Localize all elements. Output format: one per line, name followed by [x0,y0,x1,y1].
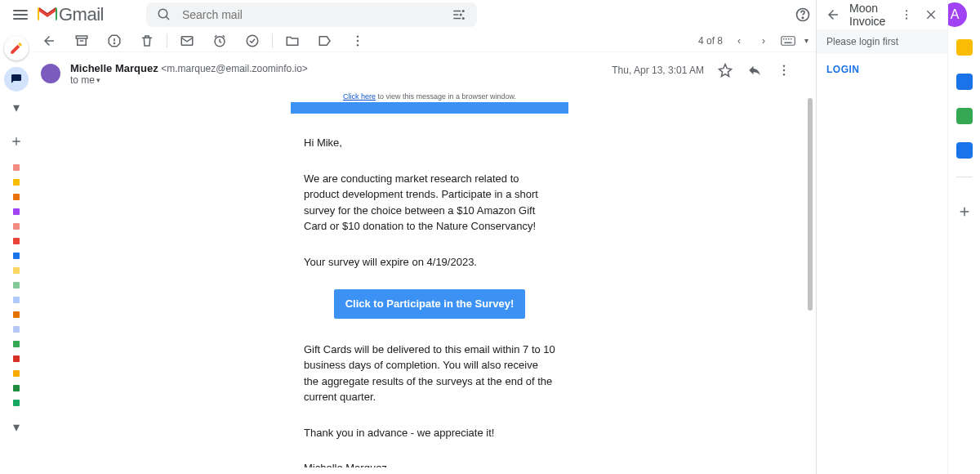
svg-point-6 [802,17,803,18]
addon-side-panel: Moon Invoice Please login first LOGIN [817,0,947,474]
sender-name: Michelle Marquez <m.marquez@email.zoomin… [70,62,308,74]
add-task-icon[interactable] [244,33,261,49]
svg-point-19 [114,42,114,43]
expand-more-icon[interactable]: ▾ [13,100,20,115]
addon-app-icon[interactable] [956,39,973,56]
svg-rect-29 [788,38,790,40]
svg-point-35 [906,10,907,11]
prev-icon[interactable]: ‹ [731,33,747,49]
email-paragraph: We are conducting market research relate… [304,171,555,235]
main-menu-button[interactable] [13,10,28,20]
svg-point-33 [783,69,785,71]
svg-point-25 [357,44,359,46]
label-color-item[interactable] [13,253,20,259]
panel-more-icon[interactable] [898,7,915,23]
input-tools-icon[interactable] [780,33,796,49]
svg-point-32 [783,65,785,67]
reply-icon[interactable] [746,62,763,78]
next-icon[interactable]: › [755,33,772,49]
compose-button[interactable] [4,36,29,60]
spam-icon[interactable] [106,33,122,49]
label-color-item[interactable] [13,179,20,186]
svg-rect-31 [785,42,792,43]
scrollbar-thumb[interactable] [808,98,813,311]
svg-point-36 [906,14,907,16]
addon-app-icon[interactable] [956,142,973,159]
get-addons-icon[interactable] [956,203,973,220]
svg-point-2 [462,10,465,12]
support-icon[interactable] [795,7,811,23]
gmail-envelope-icon [38,7,57,22]
search-bar[interactable] [146,2,477,27]
label-color-item[interactable] [13,326,20,333]
email-header-bar [291,102,568,114]
addon-app-icon[interactable] [956,108,973,124]
svg-rect-16 [76,36,87,38]
svg-line-1 [166,16,169,20]
svg-point-24 [357,39,359,41]
view-online-link[interactable]: Click here [343,92,376,101]
gmail-logo[interactable]: Gmail [38,4,104,25]
email-greeting: Hi Mike, [304,135,555,151]
mark-unread-icon[interactable] [179,33,195,49]
search-icon [156,7,172,23]
label-color-item[interactable] [13,370,20,377]
panel-back-icon[interactable] [825,7,841,23]
add-label-icon[interactable] [8,133,24,150]
label-color-item[interactable] [13,341,20,347]
search-options-icon[interactable] [451,7,467,23]
svg-point-22 [247,35,258,47]
label-color-item[interactable] [13,385,20,391]
label-color-item[interactable] [13,238,20,244]
expand-more-icon[interactable]: ▾ [13,419,20,435]
star-icon[interactable] [717,62,733,78]
back-icon[interactable] [41,33,57,49]
email-paragraph: Your survey will expire on 4/19/2023. [304,254,555,271]
survey-cta-button[interactable]: Click to Participate in the Survey! [334,289,526,319]
panel-close-icon[interactable] [923,7,939,23]
svg-point-3 [460,14,462,16]
label-color-item[interactable] [13,297,20,303]
pagination-position: 4 of 8 [698,35,723,47]
view-in-browser: Click here to view this message in a bro… [65,89,794,102]
label-color-item[interactable] [13,267,20,274]
show-details-icon[interactable]: ▾ [96,76,100,84]
svg-rect-27 [783,38,785,40]
recipient-line: to me [70,74,95,86]
email-paragraph: Thank you in advance - we appreciate it! [304,425,555,441]
message-timestamp: Thu, Apr 13, 3:01 AM [612,65,704,76]
archive-icon[interactable] [74,33,90,49]
label-color-item[interactable] [13,282,20,288]
sender-avatar [41,64,60,83]
svg-point-0 [158,9,167,18]
addon-app-icon[interactable] [956,74,973,90]
svg-point-4 [462,17,465,20]
svg-rect-30 [791,38,792,40]
svg-point-37 [906,18,907,20]
labels-icon[interactable] [317,33,333,49]
more-icon[interactable] [350,33,366,49]
svg-point-23 [357,35,359,37]
panel-status-text: Please login first [817,29,947,54]
svg-rect-26 [782,36,795,45]
label-color-item[interactable] [13,311,20,318]
label-color-item[interactable] [13,164,20,171]
panel-login-button[interactable]: LOGIN [817,54,947,85]
label-color-item[interactable] [13,356,20,362]
snooze-icon[interactable] [212,33,228,49]
search-input[interactable] [182,8,441,21]
message-more-icon[interactable] [776,62,792,78]
svg-point-34 [783,74,785,75]
chevron-down-icon[interactable]: ▾ [804,36,808,45]
move-to-icon[interactable] [284,33,301,49]
inbox-nav[interactable] [4,67,29,92]
label-color-item[interactable] [13,194,20,200]
email-paragraph: Gift Cards will be delivered to this ema… [304,342,555,405]
delete-icon[interactable] [139,33,155,49]
label-color-item[interactable] [13,208,20,215]
label-color-item[interactable] [13,223,20,230]
gmail-wordmark: Gmail [59,4,104,25]
signature-name: Michelle Marquez [304,460,555,467]
svg-rect-28 [786,38,787,40]
label-color-item[interactable] [13,400,20,406]
